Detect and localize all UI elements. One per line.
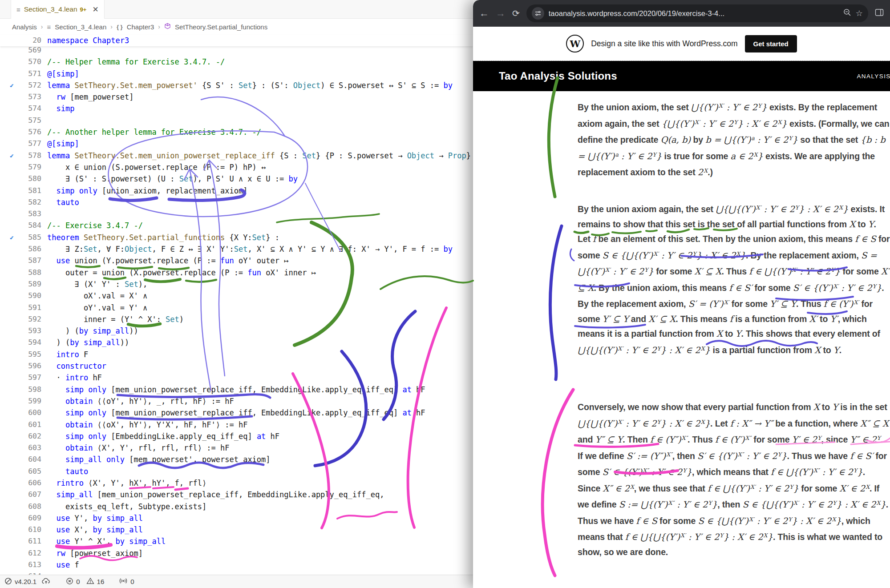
close-icon[interactable]: ✕: [92, 5, 98, 14]
line-number: 589: [20, 278, 41, 290]
breadcrumb-item-chapter3[interactable]: Chapter3: [127, 23, 154, 31]
chevron-right-icon: ›: [158, 23, 160, 30]
code-line-text[interactable]: /-- Helper lemma for Exercise 3.4.7. -/: [41, 56, 225, 68]
code-area[interactable]: 569 570 /-- Helper lemma for Exercise 3.…: [0, 44, 473, 575]
code-line-text[interactable]: · intro hF: [41, 372, 102, 383]
code-line: 613 use f: [0, 559, 473, 571]
line-number: 596: [20, 360, 41, 372]
code-line-text[interactable]: use Y' ^ X', by simp_all: [41, 536, 166, 547]
check-icon: [0, 138, 20, 149]
code-line-text[interactable]: rw [powerset_axiom]: [41, 548, 143, 559]
problems-indicator[interactable]: 0 16: [66, 577, 104, 586]
site-nav-analysis[interactable]: ANALYSIS I: [857, 73, 890, 80]
line-number: 603: [20, 442, 41, 454]
back-button[interactable]: ←: [479, 8, 489, 18]
breadcrumb-item-symbol[interactable]: SetTheory.Set.partial_functions: [175, 23, 267, 31]
code-line-text[interactable]: simp: [41, 103, 74, 114]
code-line-text[interactable]: tauto: [41, 197, 79, 208]
ports-indicator[interactable]: 0: [119, 577, 134, 586]
code-line-text[interactable]: tauto: [41, 466, 88, 477]
code-line-text[interactable]: oY'.val = Y' ∧: [41, 302, 147, 314]
sticky-scope-line[interactable]: 20 namespace Chapter3: [0, 35, 473, 46]
check-icon: [0, 407, 20, 419]
check-icon: [0, 208, 20, 220]
line-number: 578: [20, 150, 41, 161]
check-icon: [0, 431, 20, 442]
code-line-text[interactable]: /-- Another helper lemma for Exercise 3.…: [41, 126, 261, 138]
site-info-icon[interactable]: [532, 7, 544, 20]
code-line-text[interactable]: lemma SetTheory.Set.mem_powerset' {S S' …: [41, 80, 453, 91]
code-line: 596 constructor: [0, 360, 473, 372]
code-line: 586 ∃ Z:Set, ∀ F:Object, F ∈ Z ↔ ∃ X' Y'…: [0, 243, 473, 255]
line-number: 574: [20, 103, 41, 114]
code-line-text[interactable]: simp_all [mem_union_powerset_replace_iff…: [41, 489, 384, 500]
code-line-text[interactable]: obtain ⟨X', Y', rfl, rfl, rfl⟩ := hF: [41, 442, 229, 454]
code-line-text[interactable]: ∃ (X' Y' : Set),: [41, 278, 147, 290]
code-line: 591 oY'.val = Y' ∧: [0, 302, 473, 314]
code-line-text[interactable]: @[simp]: [41, 68, 79, 80]
check-icon: [0, 126, 20, 138]
site-title[interactable]: Tao Analysis Solutions: [473, 70, 617, 82]
code-line-text[interactable]: use f: [41, 559, 79, 571]
line-number: 576: [20, 126, 41, 138]
check-icon: [0, 255, 20, 266]
code-line-text[interactable]: obtain ⟨⟨oY', hY'⟩, _, rfl, hF⟩ := hF: [41, 395, 234, 407]
code-line-text[interactable]: [41, 571, 47, 575]
code-line-text[interactable]: ) (by simp_all)): [41, 325, 138, 337]
zoom-out-icon[interactable]: [843, 8, 851, 19]
code-line: 582 tauto: [0, 197, 473, 208]
code-line-text[interactable]: intro F: [41, 349, 88, 360]
code-line-text[interactable]: ∃ (S' : S.powerset) (U : Set), P S' U ∧ …: [41, 173, 298, 185]
code-line-text[interactable]: simp only [EmbeddingLike.apply_eq_iff_eq…: [41, 431, 279, 442]
bookmark-star-icon[interactable]: ☆: [856, 8, 863, 18]
solution-paragraph-2: By the union axiom again, the set ⋃{⋃{(Y…: [578, 201, 890, 358]
check-icon: [0, 302, 20, 314]
breadcrumb-item-file[interactable]: Section_3_4.lean: [55, 23, 106, 31]
check-icon: [0, 243, 20, 255]
code-line-text[interactable]: simp only [union_axiom, replacement_axio…: [41, 185, 247, 197]
get-started-button[interactable]: Get started: [745, 35, 797, 52]
code-line-text[interactable]: @[simp]: [41, 138, 79, 149]
code-line-text[interactable]: [41, 115, 47, 126]
code-line-text[interactable]: ∃ Z:Set, ∀ F:Object, F ∈ Z ↔ ∃ X' Y':Set…: [41, 243, 453, 255]
side-panel-icon[interactable]: [875, 8, 884, 19]
code-line-text[interactable]: inner = (Y' ^ X': Set): [41, 314, 184, 325]
code-line-text[interactable]: [41, 208, 47, 220]
tab-section-3-4-lean[interactable]: ≡ Section_3_4.lean 9+ ✕: [11, 0, 105, 19]
code-line-text[interactable]: rw [mem_powerset]: [41, 91, 134, 103]
tab-problems-badge: 9+: [80, 6, 87, 13]
line-number: 607: [20, 489, 41, 500]
check-icon: [0, 559, 20, 571]
code-line-text[interactable]: theorem SetTheory.Set.partial_functions …: [41, 232, 279, 243]
line-number: 570: [20, 56, 41, 68]
code-line-text[interactable]: obtain ⟨⟨oX', hY'⟩, Y'X', hF, hF'⟩ := hF: [41, 419, 247, 431]
code-line: 600 simp only [mem_union_powerset_replac…: [0, 407, 473, 419]
code-line-text[interactable]: exists_eq_left, Subtype.exists]: [41, 501, 206, 512]
line-number: 581: [20, 185, 41, 197]
code-line-text[interactable]: rintro ⟨X', Y', hX', hY', f, rfl⟩: [41, 477, 206, 489]
tab-filename: Section_3_4.lean: [24, 5, 77, 13]
code-line-text[interactable]: ) (by simp_all)): [41, 337, 129, 348]
forward-button[interactable]: →: [496, 8, 506, 18]
code-line-text[interactable]: simp only [mem_union_powerset_replace_if…: [41, 384, 425, 395]
code-line-text[interactable]: /-- Exercise 3.4.7 -/: [41, 220, 143, 231]
code-line-text[interactable]: use Y', by simp_all: [41, 512, 143, 524]
address-bar[interactable]: taoanalysis.wordpress.com/2020/06/19/exe…: [526, 4, 868, 22]
code-line-text[interactable]: use X', by simp_all: [41, 524, 143, 536]
code-line-text[interactable]: outer = union (X.powerset.replace (P := …: [41, 267, 316, 278]
breadcrumb-item-analysis[interactable]: Analysis: [12, 23, 37, 31]
code-line-text[interactable]: x ∈ union (S.powerset.replace (P := P) h…: [41, 161, 266, 173]
code-line-text[interactable]: simp only [mem_union_powerset_replace_if…: [41, 407, 425, 419]
post-content: By the union axiom, the set ⋃{(Y′)X′ : Y…: [473, 91, 890, 588]
line-number: 605: [20, 466, 41, 477]
browser-toolbar: ← → ⟳ taoanalysis.wordpress.com/2020/06/…: [473, 0, 890, 27]
check-icon: [0, 524, 20, 536]
code-line-text[interactable]: lemma SetTheory.Set.mem_union_powerset_r…: [41, 150, 471, 161]
code-line-text[interactable]: use union (Y.powerset.replace (P := fun …: [41, 255, 289, 266]
code-line-text[interactable]: oX'.val = X' ∧: [41, 290, 147, 302]
editor-tab-bar: ≡ Section_3_4.lean 9+ ✕: [0, 0, 473, 19]
code-line-text[interactable]: simp_all only [mem_powerset', powerset_a…: [41, 454, 271, 465]
code-line-text[interactable]: constructor: [41, 360, 106, 372]
lean-version-indicator[interactable]: v4.20.1: [4, 577, 50, 586]
reload-button[interactable]: ⟳: [512, 9, 520, 18]
